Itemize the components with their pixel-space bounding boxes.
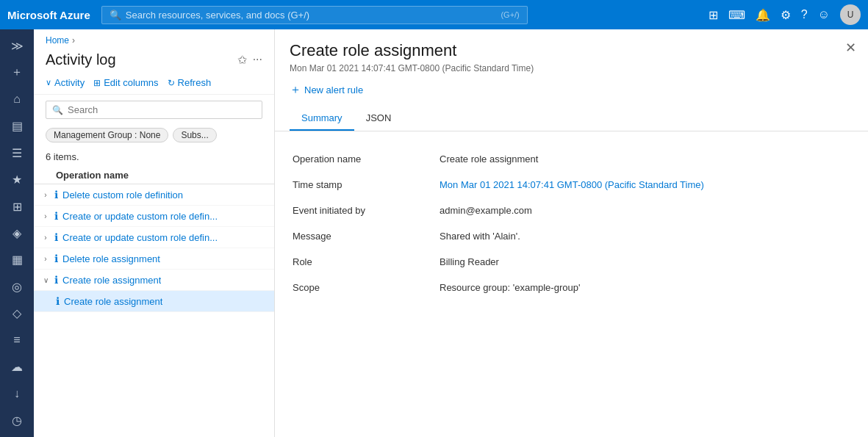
sidebar-list-icon[interactable]: ☰: [4, 141, 30, 165]
chevron-right-icon: ›: [41, 255, 50, 263]
list-item[interactable]: › ℹ Delete custom role definition: [34, 184, 274, 206]
panel-header: Activity log ✩ ···: [34, 48, 274, 74]
sidebar-shield-icon[interactable]: ◇: [4, 302, 30, 325]
keyboard-shortcut-label: (G+/): [501, 10, 519, 19]
breadcrumb-home[interactable]: Home: [46, 35, 69, 46]
help-icon[interactable]: ?: [801, 8, 808, 21]
field-label: Operation name: [293, 146, 440, 172]
sidebar-favorites-icon[interactable]: ★: [4, 167, 30, 191]
list-item-label: Create role assignment: [62, 275, 161, 286]
list-item[interactable]: › ℹ Create or update custom role defin..…: [34, 206, 274, 227]
chevron-down-icon: ∨: [41, 276, 50, 284]
portal-menu-icon[interactable]: ⊞: [709, 8, 718, 22]
table-row: ScopeResource group: 'example-group': [293, 275, 850, 300]
detail-body: Operation nameCreate role assignmentTime…: [275, 131, 868, 437]
list-item-label: Delete role assignment: [62, 253, 160, 264]
top-nav: Microsoft Azure 🔍 (G+/) ⊞ ⌨ 🔔 ⚙ ? ☺ U: [0, 0, 868, 29]
sidebar-add-icon[interactable]: ＋: [4, 60, 30, 84]
search-icon: 🔍: [52, 105, 63, 115]
table-row: RoleBilling Reader: [293, 249, 850, 275]
detail-title: Create role assignment: [290, 41, 853, 60]
table-row: Event initiated byadmin@example.com: [293, 198, 850, 223]
alert-rule-label: New alert rule: [304, 84, 363, 95]
sidebar-stack-icon[interactable]: ≡: [4, 328, 30, 352]
field-label: Scope: [293, 275, 440, 300]
list-item-label: Create role assignment: [64, 296, 162, 307]
filter-tag-management-group[interactable]: Management Group : None: [46, 128, 168, 142]
field-label: Message: [293, 223, 440, 249]
field-value: Billing Reader: [440, 249, 850, 275]
more-options-icon[interactable]: ···: [253, 53, 262, 67]
cloud-shell-icon[interactable]: ⌨: [728, 8, 745, 22]
tab-summary[interactable]: Summary: [290, 106, 354, 131]
panel-header-icons: ✩ ···: [237, 53, 262, 67]
filter-tags: Management Group : None Subs...: [34, 125, 274, 148]
edit-columns-label: Edit columns: [104, 77, 158, 88]
sidebar-expand-icon[interactable]: ≫: [4, 34, 30, 57]
activity-label: Activity: [54, 77, 85, 88]
table-column-header: Operation name: [34, 167, 274, 184]
table-row: Operation nameCreate role assignment: [293, 146, 850, 172]
plus-icon: ＋: [290, 82, 301, 98]
avatar[interactable]: U: [840, 4, 861, 25]
field-value: Resource group: 'example-group': [440, 275, 850, 300]
field-label: Role: [293, 249, 440, 275]
chevron-right-icon: ›: [41, 191, 50, 199]
list-item-label: Create or update custom role defin...: [62, 232, 218, 243]
tab-json[interactable]: JSON: [354, 106, 403, 131]
sidebar-puzzle-icon[interactable]: ◈: [4, 221, 30, 245]
pin-icon[interactable]: ✩: [237, 53, 247, 67]
field-value: Shared with 'Alain'.: [440, 223, 850, 249]
activity-dropdown-button[interactable]: ∨ Activity: [46, 77, 85, 88]
field-label: Event initiated by: [293, 198, 440, 223]
filter-tag-subscription[interactable]: Subs...: [173, 128, 216, 142]
sidebar-dashboard-icon[interactable]: ▤: [4, 114, 30, 137]
search-input[interactable]: [68, 104, 256, 115]
edit-columns-button[interactable]: ⊞ Edit columns: [93, 77, 158, 88]
info-icon: ℹ: [54, 189, 58, 201]
chevron-right-icon: ›: [41, 234, 50, 242]
top-nav-icons: ⊞ ⌨ 🔔 ⚙ ? ☺ U: [709, 4, 861, 25]
item-count: 6 items.: [34, 148, 274, 167]
refresh-label: Refresh: [178, 77, 212, 88]
detail-panel: Create role assignment Mon Mar 01 2021 1…: [275, 29, 868, 437]
sidebar-home-icon[interactable]: ⌂: [4, 87, 30, 111]
list-items: › ℹ Delete custom role definition › ℹ Cr…: [34, 184, 274, 437]
columns-icon: ⊞: [93, 78, 101, 88]
sidebar-download-icon[interactable]: ↓: [4, 382, 30, 405]
sidebar-database-icon[interactable]: ▦: [4, 248, 30, 272]
page-title: Activity log: [46, 51, 116, 68]
sidebar-globe-icon[interactable]: ◎: [4, 275, 30, 298]
search-bar[interactable]: 🔍: [46, 101, 262, 119]
new-alert-rule-button[interactable]: ＋ New alert rule: [290, 82, 853, 98]
settings-icon[interactable]: ⚙: [781, 8, 791, 22]
list-item[interactable]: › ℹ Delete role assignment: [34, 248, 274, 270]
global-search-bar[interactable]: 🔍 (G+/): [101, 6, 528, 24]
left-panel: Home › Activity log ✩ ··· ∨ Activity ⊞ E…: [34, 29, 275, 437]
close-button[interactable]: ✕: [845, 40, 856, 56]
sidebar-cloud-icon[interactable]: ☁: [4, 355, 30, 379]
detail-header: Create role assignment Mon Mar 01 2021 1…: [275, 29, 868, 131]
list-item-expanded[interactable]: ∨ ℹ Create role assignment: [34, 270, 274, 291]
table-row: Time stampMon Mar 01 2021 14:07:41 GMT-0…: [293, 172, 850, 198]
list-item-selected[interactable]: ℹ Create role assignment: [34, 291, 274, 312]
search-input[interactable]: [126, 10, 497, 21]
content-area: Home › Activity log ✩ ··· ∨ Activity ⊞ E…: [34, 29, 868, 437]
breadcrumb: Home ›: [34, 29, 274, 48]
info-icon: ℹ: [54, 253, 58, 264]
breadcrumb-sep: ›: [72, 35, 75, 46]
notifications-icon[interactable]: 🔔: [756, 8, 770, 22]
feedback-icon[interactable]: ☺: [818, 8, 830, 21]
search-icon: 🔍: [110, 10, 121, 21]
sidebar-clock-icon[interactable]: ◷: [4, 409, 30, 433]
refresh-button[interactable]: ↻ Refresh: [168, 77, 212, 88]
table-row: MessageShared with 'Alain'.: [293, 223, 850, 249]
sidebar-grid-icon[interactable]: ⊞: [4, 195, 30, 218]
toolbar: ∨ Activity ⊞ Edit columns ↻ Refresh: [34, 74, 274, 95]
list-item[interactable]: › ℹ Create or update custom role defin..…: [34, 227, 274, 248]
field-label: Time stamp: [293, 172, 440, 198]
chevron-right-icon: ›: [41, 212, 50, 220]
brand-label: Microsoft Azure: [7, 9, 90, 21]
chevron-down-icon: ∨: [46, 78, 51, 87]
field-value[interactable]: Mon Mar 01 2021 14:07:41 GMT-0800 (Pacif…: [440, 172, 850, 198]
